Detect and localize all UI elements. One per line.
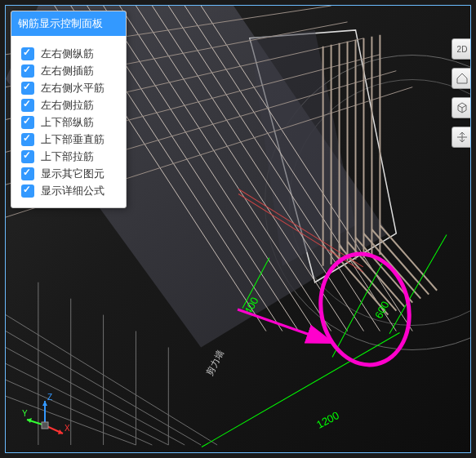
checkbox[interactable] [21, 167, 34, 180]
viewport-3d[interactable]: 400 600 1200 剪力墙 钢筋显示控制面板 左右侧纵筋 左右侧插筋 左右… [5, 5, 471, 453]
view-toolbar: 2D [454, 38, 470, 148]
checkbox[interactable] [21, 116, 34, 129]
checkbox-label: 上下部拉筋 [41, 149, 94, 164]
checkbox-label: 显示其它图元 [41, 167, 105, 181]
check-row[interactable]: 显示详细公式 [18, 184, 119, 198]
checkbox[interactable] [21, 64, 34, 78]
svg-line-33 [380, 225, 437, 291]
rebar-display-panel: 钢筋显示控制面板 左右侧纵筋 左右侧插筋 左右侧水平筋 左右侧拉筋 上下部纵筋 … [11, 11, 127, 208]
panel-title: 钢筋显示控制面板 [11, 11, 126, 36]
check-row[interactable]: 上下部纵筋 [18, 115, 119, 130]
axis-x-label: X [65, 424, 69, 433]
pan-icon [456, 131, 469, 144]
checkbox-label: 左右侧水平筋 [41, 81, 105, 96]
check-row[interactable]: 上下部垂直筋 [18, 132, 119, 147]
checkbox[interactable] [21, 185, 34, 198]
checkbox-label: 左右侧纵筋 [41, 47, 94, 61]
view-2d-button[interactable]: 2D [452, 38, 471, 60]
check-row[interactable]: 上下部拉筋 [18, 149, 119, 164]
check-row[interactable]: 左右侧拉筋 [18, 98, 119, 113]
checkbox-label: 显示详细公式 [41, 184, 105, 198]
cube-icon [456, 101, 469, 114]
check-row[interactable]: 左右侧水平筋 [18, 81, 119, 96]
checkbox[interactable] [21, 133, 34, 146]
svg-rect-52 [42, 422, 48, 429]
checkbox-label: 左右侧插筋 [41, 64, 94, 78]
view-home-button[interactable] [452, 68, 471, 89]
svg-line-32 [371, 229, 429, 295]
checkbox-label: 左右侧拉筋 [41, 98, 94, 113]
axis-y-label: Y [22, 409, 28, 418]
check-row[interactable]: 左右侧插筋 [18, 64, 119, 78]
axis-z-label: Z [47, 393, 52, 402]
check-row[interactable]: 左右侧纵筋 [18, 47, 119, 61]
checkbox[interactable] [21, 99, 34, 112]
checkbox[interactable] [21, 47, 34, 60]
checkbox[interactable] [21, 150, 34, 163]
svg-line-28 [340, 246, 397, 311]
checkbox-label: 上下部纵筋 [41, 115, 94, 130]
svg-line-30 [355, 238, 412, 303]
view-pan-button[interactable] [452, 127, 471, 148]
checkbox-label: 上下部垂直筋 [41, 132, 105, 147]
panel-body: 左右侧纵筋 左右侧插筋 左右侧水平筋 左右侧拉筋 上下部纵筋 上下部垂直筋 上下… [11, 36, 126, 207]
btn-label: 2D [457, 45, 468, 54]
home-icon [456, 72, 469, 85]
svg-line-31 [363, 233, 420, 299]
axis-gizmo[interactable]: X Y Z [20, 389, 69, 438]
view-cube-button[interactable] [452, 97, 471, 118]
checkbox[interactable] [21, 82, 34, 95]
check-row[interactable]: 显示其它图元 [18, 167, 119, 181]
